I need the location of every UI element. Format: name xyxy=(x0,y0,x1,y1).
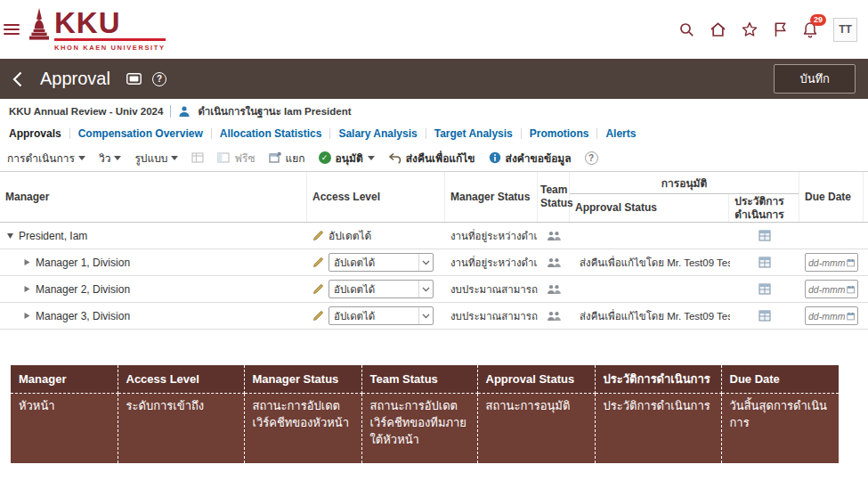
history-icon[interactable] xyxy=(758,257,771,268)
calendar-icon[interactable] xyxy=(847,311,855,322)
due-date-input[interactable] xyxy=(808,311,845,322)
approval-status-value: ส่งคืนเพื่อแก้ไขโดย Mr. Test09 Test09 xyxy=(580,308,730,324)
tab-bar: Approvals Compensation Overview Allocati… xyxy=(0,123,868,144)
tab-compensation-overview[interactable]: Compensation Overview xyxy=(70,128,212,139)
detach-button[interactable]: แยก xyxy=(269,150,305,167)
chevron-down-icon xyxy=(78,156,85,160)
glossary-header: ประวัติการดำเนินการ xyxy=(595,365,721,394)
media-icon[interactable] xyxy=(126,73,142,85)
due-date-input[interactable] xyxy=(808,257,845,268)
search-icon[interactable] xyxy=(678,21,694,37)
manager-status-value: งานที่อยู่ระหว่างดำเนินการ xyxy=(445,249,538,275)
team-icon[interactable] xyxy=(547,257,562,268)
history-icon[interactable] xyxy=(758,283,771,295)
freeze-icon xyxy=(217,151,230,164)
expand-arrow-icon[interactable] xyxy=(22,285,31,293)
hamburger-menu-icon[interactable] xyxy=(4,24,20,35)
chevron-down-icon xyxy=(114,156,121,160)
glossary-value: หัวหน้า xyxy=(11,394,118,463)
table-toolbar: การดำเนินการ วิว รูปแบบ ฟรีซ แยก ✓ อนุมั… xyxy=(0,144,868,172)
info-icon xyxy=(489,151,501,164)
logo-text: KKU xyxy=(54,8,166,41)
glossary-value: วันสิ้นสุดการดำเนินการ xyxy=(721,394,839,463)
team-icon[interactable] xyxy=(547,311,562,322)
glossary-header: Due Date xyxy=(721,365,839,394)
approval-status-cell xyxy=(570,276,730,302)
chevron-down-icon xyxy=(368,156,375,160)
glossary-value: สถานะการอัปเดตเวิร์คชีทของหัวหน้า xyxy=(244,394,361,463)
glossary-header: Access Level xyxy=(118,365,244,394)
collapse-arrow-icon[interactable] xyxy=(5,232,14,240)
access-level-value: อัปเดตได้ xyxy=(329,308,418,324)
view-menu[interactable]: วิว xyxy=(99,150,121,167)
tab-allocation-statistics[interactable]: Allocation Statistics xyxy=(212,128,331,139)
tab-alerts[interactable]: Alerts xyxy=(597,128,644,139)
chevron-down-icon xyxy=(418,254,433,271)
glossary-header: Manager xyxy=(11,365,118,394)
access-level-select[interactable]: อัปเดตได้ xyxy=(329,253,434,272)
return-for-correction-button[interactable]: ส่งคืนเพื่อแก้ไข xyxy=(388,150,475,167)
col-header-due-date: Due Date xyxy=(799,172,864,222)
access-level-value: อัปเดตได้ xyxy=(329,281,418,297)
manager-name: Manager 1, Division xyxy=(36,257,130,269)
tab-salary-analysis[interactable]: Salary Analysis xyxy=(330,128,426,139)
actions-menu[interactable]: การดำเนินการ xyxy=(7,150,85,167)
glossary-header: Team Status xyxy=(361,365,477,394)
notifications-bell-icon[interactable]: 29 xyxy=(802,21,818,38)
tab-approvals[interactable]: Approvals xyxy=(9,128,70,139)
approve-check-icon: ✓ xyxy=(319,151,331,164)
manager-status-value: งบประมาณสามารถใช้ได้ xyxy=(445,303,538,329)
calendar-icon[interactable] xyxy=(847,284,855,295)
plan-name: KKU Annual Review - Univ 2024 xyxy=(9,106,163,117)
logo-subtitle: KHON KAEN UNIVERSITY xyxy=(54,44,166,52)
table-row: Manager 2, Division อัปเดตได้ งบประมาณสา… xyxy=(0,276,868,303)
expand-arrow-icon[interactable] xyxy=(22,258,31,266)
glossary-value: ประวัติการดำเนินการ xyxy=(595,394,721,463)
freeze-label: ฟรีซ xyxy=(234,150,255,167)
watchlist-flag-icon[interactable] xyxy=(773,21,787,37)
expand-arrow-icon[interactable] xyxy=(22,312,31,320)
format-menu[interactable]: รูปแบบ xyxy=(134,150,178,167)
due-date-input[interactable] xyxy=(808,284,845,295)
edit-icon xyxy=(312,257,324,268)
freeze-button[interactable]: ฟรีซ xyxy=(217,150,255,167)
save-button[interactable]: บันทึก xyxy=(774,64,856,94)
col-header-approval-status: Approval Status xyxy=(570,194,729,222)
favorites-star-icon[interactable] xyxy=(742,21,758,37)
kku-logo[interactable]: KKU KHON KAEN UNIVERSITY xyxy=(28,8,166,52)
page-help-icon[interactable]: ? xyxy=(152,72,166,86)
col-header-manager-status: Manager Status xyxy=(445,172,538,222)
tab-target-analysis[interactable]: Target Analysis xyxy=(426,128,522,139)
edit-icon xyxy=(312,230,324,241)
history-icon[interactable] xyxy=(758,310,771,322)
chevron-down-icon xyxy=(171,156,178,160)
manager-name: Manager 2, Division xyxy=(36,283,130,296)
format-menu-label: รูปแบบ xyxy=(134,150,167,167)
edit-icon xyxy=(312,310,324,322)
manager-name: President, Iam xyxy=(19,230,87,242)
history-icon[interactable] xyxy=(758,230,771,241)
approve-button[interactable]: ✓ อนุมัติ xyxy=(319,150,375,167)
back-icon[interactable] xyxy=(12,71,22,87)
team-icon[interactable] xyxy=(547,231,562,241)
access-level-select[interactable]: อัปเดตได้ xyxy=(329,280,434,298)
export-icon[interactable] xyxy=(191,151,204,164)
team-icon[interactable] xyxy=(547,284,562,295)
context-divider xyxy=(170,105,171,118)
approvals-table: Manager Access Level Manager Status Team… xyxy=(0,172,868,330)
access-level-select[interactable]: อัปเดตได้ xyxy=(329,306,434,325)
calendar-icon[interactable] xyxy=(847,257,855,268)
chevron-down-icon xyxy=(418,281,433,297)
glossary-value: สถานะการอนุมัติ xyxy=(477,394,595,463)
request-information-button[interactable]: ส่งคำขอข้อมูล xyxy=(489,150,572,167)
home-icon[interactable] xyxy=(710,21,726,37)
toolbar-help-icon[interactable]: ? xyxy=(585,151,598,165)
request-info-label: ส่งคำขอข้อมูล xyxy=(506,150,572,167)
person-icon xyxy=(178,105,191,118)
tab-promotions[interactable]: Promotions xyxy=(522,128,598,139)
detach-icon xyxy=(269,151,281,164)
col-header-manager: Manager xyxy=(0,172,307,222)
chevron-down-icon xyxy=(418,307,433,324)
manager-name: Manager 3, Division xyxy=(36,310,130,322)
avatar[interactable]: TT xyxy=(833,18,857,42)
